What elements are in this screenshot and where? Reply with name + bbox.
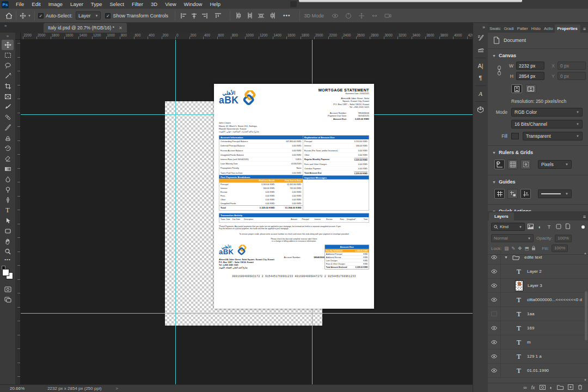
distribute-left-icon[interactable] <box>236 13 242 19</box>
filter-pixel-layers-icon[interactable] <box>527 224 534 230</box>
layer-row-group[interactable]: ▼ edite text <box>488 250 588 265</box>
filter-toggle-icon[interactable] <box>581 225 585 229</box>
lock-guides-button[interactable] <box>507 189 518 199</box>
toggle-rulers-button[interactable] <box>494 160 505 169</box>
bit-depth-dropdown[interactable]: 16 Bits/Channel▼ <box>511 120 583 128</box>
fill-dropdown[interactable]: Transparent▼ <box>523 132 583 140</box>
guide-horizontal-2[interactable] <box>21 313 473 314</box>
new-group-icon[interactable] <box>557 385 564 391</box>
layer-effects-icon[interactable]: fx <box>531 385 535 390</box>
paragraph-panel-icon[interactable]: ¶ <box>474 72 487 84</box>
more-options-icon[interactable]: ••• <box>283 13 291 19</box>
type-tool[interactable]: T <box>2 205 14 216</box>
new-layer-icon[interactable] <box>568 384 573 391</box>
guide-style-dropdown[interactable]: ▼ <box>538 189 572 198</box>
tab-overflow-icon[interactable]: » <box>4 23 7 28</box>
ruler-units-dropdown[interactable]: Pixels▼ <box>538 160 572 169</box>
crop-tool[interactable] <box>2 81 14 91</box>
distribute-right-icon[interactable] <box>270 13 275 19</box>
share-button[interactable] <box>290 1 297 7</box>
hand-tool[interactable] <box>2 236 14 247</box>
canvas-viewport[interactable]: الأهلي aBK MORTGAGE STATEMENT Statement … <box>21 40 473 384</box>
tab-history[interactable]: Histo <box>530 24 542 33</box>
horizontal-ruler[interactable]: 2200200018001600140012001000800600400200… <box>21 33 473 40</box>
rectangular-marquee-tool[interactable] <box>2 50 14 60</box>
vertical-ruler[interactable] <box>15 40 21 384</box>
tab-actions[interactable]: Actio <box>542 24 555 33</box>
eraser-tool[interactable] <box>2 154 14 164</box>
auto-select-checkbox[interactable]: ✓ <box>38 13 44 19</box>
rulers-grids-section-title[interactable]: ▼ Rulers & Grids <box>488 146 588 157</box>
canvas-section-title[interactable]: ▼ Canvas <box>488 49 588 60</box>
frame-tool[interactable] <box>2 91 14 102</box>
zoom-tool[interactable] <box>2 247 14 257</box>
history-brush-tool[interactable] <box>2 143 14 154</box>
panel-menu-icon[interactable]: ≡ <box>581 26 588 33</box>
path-selection-tool[interactable] <box>2 216 14 226</box>
scroll-up-icon[interactable]: ▲ <box>584 252 587 255</box>
tab-layers[interactable]: Layers <box>489 212 514 220</box>
filter-shape-layers-icon[interactable] <box>555 224 562 230</box>
3d-panel-icon[interactable] <box>474 103 487 115</box>
visibility-toggle[interactable] <box>488 279 501 292</box>
visibility-toggle[interactable] <box>488 307 501 321</box>
menu-view[interactable]: View <box>161 0 180 9</box>
menu-image[interactable]: Image <box>45 0 66 9</box>
layer-row-text-hidden[interactable]: T 1aa <box>488 307 588 321</box>
y-input[interactable]: 0 px <box>558 72 586 80</box>
scroll-down-icon[interactable]: ▼ <box>584 378 587 382</box>
filter-type-layers-icon[interactable]: T <box>546 224 553 230</box>
toolbar-collapse-icon[interactable]: » <box>7 34 9 39</box>
dodge-tool[interactable] <box>2 185 14 195</box>
visibility-toggle[interactable] <box>488 321 501 335</box>
brush-settings-icon[interactable] <box>474 32 487 44</box>
home-icon[interactable] <box>5 13 13 19</box>
brush-tool[interactable] <box>2 122 14 133</box>
tab-swatches[interactable]: Swatc <box>488 24 502 33</box>
layer-row-text[interactable]: T citta0000000...<<<<<<<<0 d <box>488 293 588 307</box>
layer-row-text[interactable]: T Layer 2 <box>488 265 588 279</box>
gradient-tool[interactable] <box>2 164 14 174</box>
tab-patterns[interactable]: Patter <box>516 24 530 33</box>
menu-filter[interactable]: Filter <box>128 0 147 9</box>
layer-row-image[interactable]: Layer 3 <box>488 279 588 293</box>
toggle-guides-button[interactable] <box>494 189 505 199</box>
width-input[interactable]: 2232 px <box>516 62 544 70</box>
layers-scrollbar[interactable] <box>585 291 587 340</box>
filter-smart-objects-icon[interactable] <box>564 223 571 230</box>
link-layers-icon[interactable]: ∞ <box>523 385 526 390</box>
portrait-orientation-button[interactable] <box>511 84 522 93</box>
menu-3d[interactable]: 3D <box>147 0 161 9</box>
color-swatches[interactable] <box>2 267 14 280</box>
align-left-icon[interactable] <box>181 13 187 19</box>
menu-file[interactable]: File <box>12 0 28 9</box>
toggle-grid-button[interactable] <box>507 160 518 169</box>
visibility-toggle[interactable] <box>488 350 501 363</box>
layer-mask-icon[interactable] <box>540 385 546 391</box>
lasso-tool[interactable] <box>2 60 14 71</box>
clear-guides-button[interactable] <box>520 189 531 199</box>
layers-panel-menu-icon[interactable]: ≡ <box>581 214 588 220</box>
visibility-toggle[interactable] <box>488 364 501 377</box>
status-options-caret[interactable]: > <box>115 386 118 391</box>
chevron-down-icon[interactable]: ▼ <box>504 255 508 259</box>
guides-section-title[interactable]: ▼ Guides <box>488 175 588 187</box>
visibility-toggle[interactable] <box>488 293 501 307</box>
show-transform-checkbox[interactable]: ✓ <box>105 13 111 19</box>
brushes-panel-icon[interactable] <box>474 44 487 56</box>
landscape-orientation-button[interactable] <box>525 84 536 93</box>
quick-mask-mode-button[interactable] <box>2 284 14 295</box>
zoom-level[interactable]: 20.66% <box>10 386 24 391</box>
document-tab[interactable]: Italy id.psd @ 20.7% (RGB/16) * ✕ <box>44 23 127 33</box>
move-tool[interactable] <box>2 40 14 50</box>
delete-layer-icon[interactable] <box>578 384 583 391</box>
edit-toolbar-icon[interactable]: ••• <box>4 257 10 265</box>
close-icon[interactable]: ✕ <box>119 26 122 30</box>
visibility-toggle[interactable] <box>488 250 501 264</box>
menu-type[interactable]: Type <box>87 0 106 9</box>
visibility-toggle[interactable] <box>488 265 501 278</box>
layer-filter-kind-dropdown[interactable]: Kind ▼ <box>491 223 525 231</box>
rectangle-tool[interactable] <box>2 226 14 236</box>
object-selection-tool[interactable] <box>2 71 14 81</box>
adjustment-layer-icon[interactable]: ◐ <box>550 385 553 390</box>
